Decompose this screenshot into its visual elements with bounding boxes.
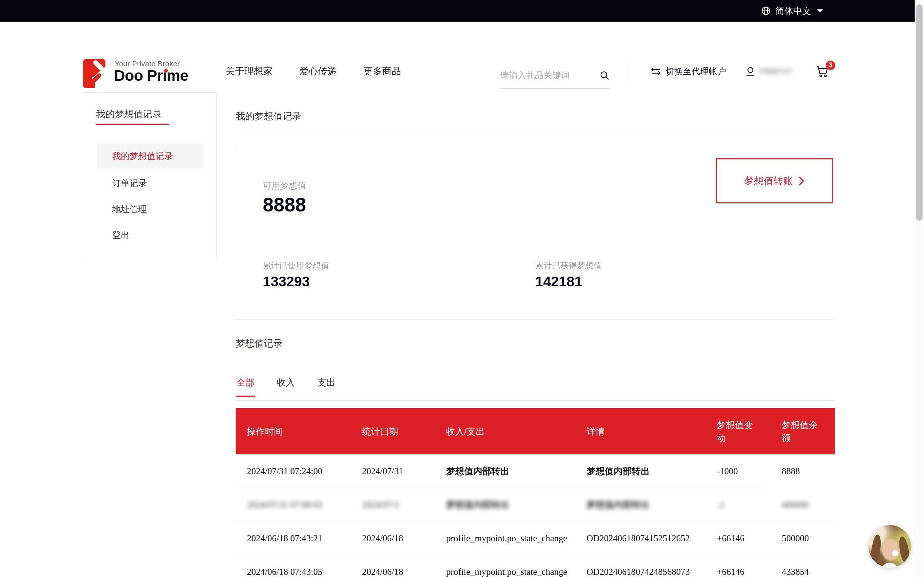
header-divider [628, 61, 628, 85]
col-header-details: 详情 [586, 425, 717, 438]
records-divider [236, 361, 835, 361]
table-row: 2024/07/31 07:24:00 2024/07/31 梦想值内部转出 梦… [236, 455, 835, 488]
cart-count-badge: 3 [826, 61, 835, 70]
records-section-title: 梦想值记录 [236, 337, 283, 350]
cell-details: OD20240618074248568073 [586, 567, 690, 577]
cell-details: OD20240618074152512652 [586, 533, 690, 543]
sidebar-title-underline [96, 124, 169, 125]
nav-item-about[interactable]: 关于理想家 [226, 65, 273, 77]
table-row: 2024/06/18 07:43:21 2024/06/18 profile_m… [236, 521, 835, 555]
cell-details: 梦想值内部转出 [586, 500, 650, 509]
language-label: 简体中文 [775, 5, 811, 17]
top-utility-bar: 简体中文 [0, 0, 914, 22]
col-header-points-balance: 梦想值余额 [782, 418, 835, 445]
switch-account-label: 切换至代理帐户 [666, 66, 726, 77]
tab-expense[interactable]: 支出 [317, 375, 336, 397]
cell-points-change: +66146 [717, 533, 745, 543]
swap-icon [650, 67, 662, 76]
site-header: Your Private Broker Doo Prime 关于理想家 爱心传递… [0, 22, 924, 77]
gift-search [500, 62, 610, 89]
cell-stat-date: 2024/06/18 [362, 533, 403, 543]
table-header-row: 操作时间 统计日期 收入/支出 详情 梦想值变动 梦想值余额 [236, 408, 835, 455]
globe-icon [761, 6, 771, 16]
cell-operation-time: 2024/06/18 07:43:21 [247, 533, 322, 543]
cell-points-balance: 433854 [782, 567, 809, 577]
cell-stat-date: 2024/06/18 [362, 567, 403, 577]
user-menu[interactable]: F8887U7 [745, 66, 795, 77]
col-header-operation-time: 操作时间 [236, 425, 362, 438]
cell-stat-date: 2024/07/3 [362, 500, 399, 509]
cell-income-expense: 梦想值内部转出 [446, 500, 509, 509]
sidebar-item-logout[interactable]: 登出 [97, 222, 204, 247]
records-tabs: 全部 收入 支出 [236, 375, 336, 397]
switch-account-button[interactable]: 切换至代理帐户 [650, 66, 726, 77]
transfer-points-label: 梦想值转账 [744, 174, 793, 187]
available-points-value: 8888 [263, 193, 306, 216]
used-points-value: 133293 [263, 274, 310, 290]
cell-points-change: -1000 [717, 466, 738, 476]
transfer-points-button[interactable]: 梦想值转账 [716, 158, 833, 203]
col-header-income-expense: 收入/支出 [446, 425, 586, 438]
page-title: 我的梦想值记录 [236, 110, 301, 122]
scrollbar-thumb[interactable] [916, 4, 922, 221]
col-header-points-change: 梦想值变动 [717, 418, 782, 445]
sidebar-item-my-dream-points[interactable]: 我的梦想值记录 [97, 143, 204, 168]
used-points-label: 累计已使用梦想值 [263, 260, 329, 271]
caret-down-icon [817, 10, 823, 13]
cell-points-balance: 8888 [782, 466, 800, 476]
cell-operation-time: 2024/07/31 07:24:00 [247, 466, 322, 476]
nav-item-charity[interactable]: 爱心传递 [299, 65, 337, 77]
chevron-right-icon [798, 176, 804, 186]
account-area: 切换至代理帐户 F8887U7 3 [650, 43, 829, 99]
earned-points-value: 142181 [535, 274, 582, 290]
cell-points-balance: 400000 [782, 500, 809, 509]
cell-income-expense: profile_mypoint.po_state_change [446, 533, 567, 543]
cell-income-expense: profile_mypoint.po_state_change [446, 567, 567, 577]
doo-prime-logo[interactable] [83, 59, 105, 88]
col-header-stat-date: 统计日期 [362, 425, 446, 438]
sidebar-item-order-history[interactable]: 订单记录 [97, 171, 204, 195]
account-sidebar: 我的梦想值记录 我的梦想值记录 订单记录 地址管理 登出 [83, 92, 216, 258]
logo-white-bar [92, 59, 105, 72]
sidebar-title: 我的梦想值记录 [96, 108, 162, 121]
table-row-blurred: 2024/07/31 07:08:03 2024/07/3 梦想值内部转出 梦想… [236, 488, 835, 521]
sidebar-item-address-management[interactable]: 地址管理 [97, 197, 204, 221]
scrollbar-track[interactable] [914, 0, 924, 577]
brand-name: Doo Prime [114, 67, 188, 84]
title-divider [236, 135, 835, 135]
main-nav: 关于理想家 爱心传递 更多商品 [226, 43, 401, 99]
cell-income-expense: 梦想值内部转出 [446, 466, 509, 476]
dream-points-table: 操作时间 统计日期 收入/支出 详情 梦想值变动 梦想值余额 2024/07/3… [236, 408, 835, 577]
username-blurred: F8887U7 [759, 67, 795, 76]
support-chat-avatar[interactable] [868, 525, 911, 567]
user-icon [745, 66, 756, 77]
cell-operation-time: 2024/07/31 07:08:03 [247, 500, 322, 509]
cart-button[interactable]: 3 [816, 65, 829, 78]
tabs-divider [236, 400, 835, 401]
tab-income[interactable]: 收入 [276, 375, 296, 397]
cell-details: 梦想值内部转出 [586, 466, 650, 476]
cell-points-change: +66146 [717, 567, 745, 577]
search-input[interactable] [500, 70, 591, 81]
search-icon[interactable] [599, 70, 610, 81]
cell-points-balance: 500000 [782, 533, 809, 543]
earned-points-label: 累计已获得梦想值 [535, 260, 602, 271]
tab-all[interactable]: 全部 [236, 375, 255, 397]
cell-points-change: -2 [717, 500, 724, 509]
card-divider [263, 237, 810, 237]
available-points-label: 可用梦想值 [263, 180, 306, 192]
brand-i-dot [164, 69, 168, 73]
dream-points-summary-card: 可用梦想值 8888 梦想值转账 累计已使用梦想值 133293 累计已获得梦想… [236, 149, 835, 319]
table-row: 2024/06/18 07:43:05 2024/06/18 profile_m… [236, 555, 835, 577]
cell-stat-date: 2024/07/31 [362, 466, 403, 476]
nav-item-more-products[interactable]: 更多商品 [363, 65, 401, 77]
language-selector[interactable]: 简体中文 [761, 5, 823, 17]
cell-operation-time: 2024/06/18 07:43:05 [247, 567, 322, 577]
